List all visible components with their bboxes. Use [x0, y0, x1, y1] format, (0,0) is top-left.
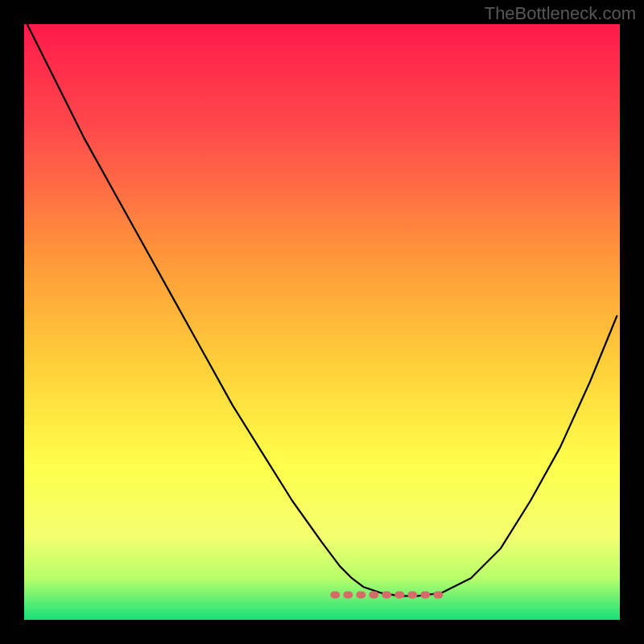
watermark-text: TheBottleneck.com [485, 3, 636, 24]
gradient-background [24, 24, 620, 620]
chart-frame: TheBottleneck.com [0, 0, 644, 644]
plot-svg [24, 24, 620, 620]
bottleneck-curve-plot [24, 24, 620, 620]
